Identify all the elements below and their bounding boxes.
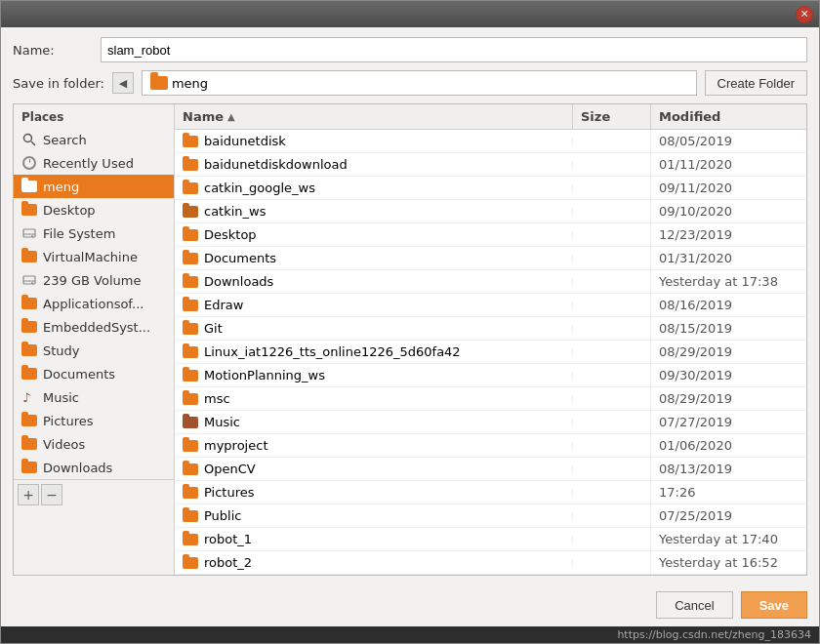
file-size-cell (572, 372, 650, 380)
table-row[interactable]: OpenCV 08/13/2019 (175, 458, 806, 481)
folder-icon-downloads (21, 460, 37, 475)
file-name-text: robot_2 (204, 555, 252, 570)
sidebar-label-embedded: EmbeddedSyst... (43, 320, 150, 335)
sidebar-item-documents[interactable]: Documents (14, 362, 174, 385)
table-row[interactable]: Public 07/25/2019 (175, 504, 806, 528)
sidebar-item-pictures[interactable]: Pictures (14, 409, 174, 432)
table-row[interactable]: Linux_iat1226_tts_online1226_5d60fa42 08… (175, 341, 806, 364)
table-row[interactable]: catkin_google_ws 09/11/2020 (175, 177, 806, 200)
sidebar-item-239gb[interactable]: 239 GB Volume (14, 268, 174, 292)
sidebar-item-search[interactable]: Search (14, 128, 174, 151)
close-button[interactable]: ✕ (796, 6, 813, 23)
sidebar-label-applications: Applicationsof... (43, 297, 144, 311)
table-row[interactable]: Pictures 17:26 (175, 481, 806, 504)
file-size-cell (572, 231, 650, 239)
file-list-header: Name ▲ Size Modified (175, 104, 806, 130)
table-row[interactable]: baidunetdisk 08/05/2019 (175, 130, 806, 153)
table-row[interactable]: robot_1 Yesterday at 17:40 (175, 528, 806, 551)
table-row[interactable]: Documents 01/31/2020 (175, 247, 806, 270)
sidebar-remove-button[interactable]: − (41, 484, 62, 505)
breadcrumb-folder-icon (150, 76, 168, 90)
sidebar-item-applications[interactable]: Applicationsof... (14, 292, 174, 315)
col-name-header[interactable]: Name ▲ (175, 104, 572, 129)
file-name-cell: myproject (175, 434, 572, 457)
col-size-header[interactable]: Size (572, 104, 650, 129)
sidebar-label-239gb: 239 GB Volume (43, 273, 141, 288)
folder-row-icon (183, 136, 198, 147)
titlebar: ✕ (1, 1, 819, 27)
sidebar-item-file-system[interactable]: File System (14, 221, 174, 245)
nav-back-button[interactable]: ◀ (112, 72, 134, 94)
save-button[interactable]: Save (741, 591, 807, 619)
create-folder-button[interactable]: Create Folder (705, 70, 807, 96)
file-modified-cell: 07/25/2019 (650, 504, 806, 527)
sidebar-add-button[interactable]: + (18, 484, 39, 505)
file-size-cell (572, 302, 650, 309)
folder-breadcrumb: meng (142, 70, 697, 96)
folder-row-icon (183, 417, 198, 428)
file-modified-cell: 08/13/2019 (650, 458, 806, 480)
file-name-text: OpenCV (204, 462, 256, 476)
file-modified-cell: 08/15/2019 (650, 317, 806, 340)
sidebar-item-videos[interactable]: Videos (14, 432, 174, 456)
table-row[interactable]: msc 08/29/2019 (175, 387, 806, 411)
file-name-text: Linux_iat1226_tts_online1226_5d60fa42 (204, 344, 461, 359)
status-bar: https://blog.csdn.net/zheng_183634 (1, 626, 819, 643)
name-input[interactable] (101, 37, 807, 62)
file-modified-cell: 09/30/2019 (650, 364, 806, 386)
sidebar-bottom: + − (14, 479, 174, 509)
table-row[interactable]: Music 07/27/2019 (175, 411, 806, 434)
file-modified-cell: 09/11/2020 (650, 177, 806, 199)
file-size-cell (572, 138, 650, 145)
svg-point-4 (31, 235, 33, 237)
table-row[interactable]: myproject 01/06/2020 (175, 434, 806, 458)
file-name-text: robot_1 (204, 532, 252, 546)
folder-icon-apps (21, 296, 37, 311)
sidebar-label-study: Study (43, 343, 80, 358)
table-row[interactable]: catkin_ws 09/10/2020 (175, 200, 806, 223)
file-name-cell: Public (175, 504, 572, 527)
sidebar-label-downloads: Downloads (43, 461, 112, 475)
file-modified-cell: 01/11/2020 (650, 153, 806, 176)
table-row[interactable]: Downloads Yesterday at 17:38 (175, 270, 806, 294)
col-modified-header[interactable]: Modified (650, 104, 806, 129)
cancel-button[interactable]: Cancel (656, 591, 732, 619)
sidebar-item-music[interactable]: ♪ Music (14, 385, 174, 409)
file-modified-cell: 08/05/2019 (650, 130, 806, 152)
breadcrumb-folder-name: meng (172, 76, 208, 91)
sidebar-item-embedded[interactable]: EmbeddedSyst... (14, 315, 174, 339)
table-row[interactable]: Git 08/15/2019 (175, 317, 806, 341)
sidebar-item-virtual-machine[interactable]: VirtualMachine (14, 245, 174, 268)
file-name-text: Git (204, 321, 223, 336)
table-row[interactable]: Edraw 08/16/2019 (175, 294, 806, 317)
file-name-text: Edraw (204, 298, 243, 312)
file-name-text: myproject (204, 438, 267, 453)
file-name-cell: catkin_ws (175, 200, 572, 222)
file-name-cell: Pictures (175, 481, 572, 503)
file-name-text: Public (204, 508, 241, 523)
file-size-cell (572, 161, 650, 169)
clock-icon (21, 155, 37, 171)
file-size-cell (572, 278, 650, 286)
folder-row-icon (183, 370, 198, 382)
svg-text:♪: ♪ (22, 390, 30, 404)
sidebar-item-downloads[interactable]: Downloads (14, 456, 174, 479)
file-size-cell (572, 489, 650, 497)
sidebar-item-meng[interactable]: meng (14, 175, 174, 198)
file-name-cell: Linux_iat1226_tts_online1226_5d60fa42 (175, 341, 572, 363)
sidebar-item-recently-used[interactable]: Recently Used (14, 151, 174, 175)
file-list-area: Name ▲ Size Modified baidunetdisk 08/05/… (175, 104, 806, 575)
table-row[interactable]: Desktop 12/23/2019 (175, 223, 806, 247)
folder-icon-study (21, 342, 37, 358)
folder-icon-vm (21, 249, 37, 264)
table-row[interactable]: robot_2 Yesterday at 16:52 (175, 551, 806, 575)
sidebar-item-study[interactable]: Study (14, 339, 174, 362)
sidebar-item-desktop[interactable]: Desktop (14, 198, 174, 221)
file-size-cell (572, 442, 650, 450)
file-name-cell: catkin_google_ws (175, 177, 572, 199)
file-name-cell: Git (175, 317, 572, 340)
table-row[interactable]: baidunetdiskdownload 01/11/2020 (175, 153, 806, 177)
file-name-cell: Desktop (175, 223, 572, 246)
file-size-cell (572, 512, 650, 520)
table-row[interactable]: MotionPlanning_ws 09/30/2019 (175, 364, 806, 387)
